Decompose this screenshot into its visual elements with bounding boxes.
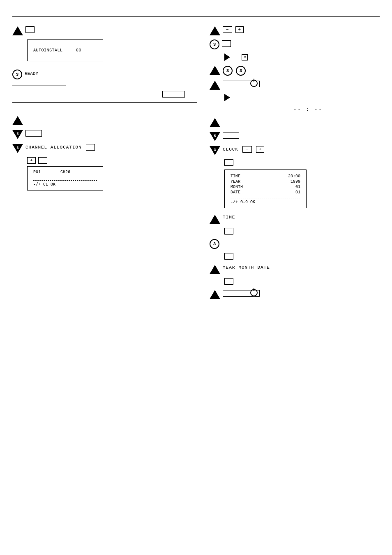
month-value: 01 [295, 185, 300, 189]
right-step12-content [223, 290, 260, 297]
right-step-6: 1 [210, 117, 392, 127]
right-step-4: 5 [210, 80, 392, 90]
right-step-8: 3 CLOCK − + [210, 145, 392, 155]
clock-time-text: -- : -- [293, 107, 323, 112]
right-down-num-5: 5 [214, 134, 216, 138]
right-step1-btns: − + [223, 26, 244, 33]
right-step-11: 4 YEAR MONTH DATE [210, 264, 392, 274]
play-icon[interactable] [224, 53, 230, 61]
divider-line-left [12, 86, 66, 86]
play-line [233, 98, 392, 98]
channel-display-area: P01 CH26 -/+ CL OK [27, 166, 197, 190]
right-step-10: 3 [210, 239, 392, 249]
power-icon-2-wrap [250, 289, 258, 298]
right-num-1: 1 [214, 122, 216, 126]
right-step-3-row: 4 3 3 [210, 65, 392, 76]
left-column: 3 AUTOINSTALL 00 3 [12, 26, 205, 303]
month-section-label: MONTH [238, 265, 254, 270]
date-label: DATE [231, 190, 240, 195]
channel-ch-value: CH26 [60, 170, 70, 174]
right-step-1: 3 − + [210, 26, 392, 35]
clock-controls: -/+ 0-9 OK [231, 200, 300, 204]
channel-dashed [33, 180, 97, 181]
autoinstall-row: AUTOINSTALL 00 [33, 48, 97, 53]
delete-icon: ⌫ [244, 55, 246, 60]
clock-plus-btn[interactable]: + [256, 146, 265, 153]
channel-display-box: P01 CH26 -/+ CL OK [27, 166, 103, 190]
left-step-5: 5 [12, 129, 197, 139]
clock-month-row: MONTH 01 [231, 185, 300, 189]
autoinstall-display: AUTOINSTALL 00 [27, 39, 103, 61]
right-circle-3c: 3 [236, 66, 246, 76]
small-rect-2 [162, 91, 185, 98]
right-down-num-3: 3 [214, 148, 216, 152]
right-num-5a: 5 [214, 85, 216, 89]
power-circle-1 [250, 80, 258, 87]
ready-text: READY [25, 71, 38, 76]
play-delete-row: ⌫ [224, 53, 392, 61]
right-tri-up-3b: 3 [210, 215, 220, 224]
step-icon-tri-up-1: 1 [12, 116, 23, 125]
time-rect-row [224, 228, 392, 236]
right-step-num-3: 3 [214, 30, 216, 35]
channel-row: P01 CH26 [33, 170, 97, 174]
clock-minus-btn[interactable]: − [242, 146, 252, 153]
right-num-4b: 4 [214, 269, 216, 273]
ymd-rect [224, 278, 233, 285]
clock-dashed [231, 198, 300, 198]
right-tri-down-5: 5 [210, 132, 220, 141]
play-icon-2[interactable] [224, 94, 230, 101]
year-label: YEAR [231, 179, 240, 184]
step-icon-tri-down-5: 5 [12, 130, 23, 139]
step-number-1: 1 [16, 120, 18, 124]
content-area: 3 AUTOINSTALL 00 3 [12, 26, 380, 303]
step-number-5: 5 [16, 132, 18, 136]
right-minus-btn-1[interactable]: − [223, 26, 232, 33]
right-power-rect-2 [223, 290, 260, 297]
autoinstall-value: 00 [76, 48, 81, 53]
time-rect [224, 228, 233, 235]
full-divider-left [12, 102, 197, 103]
clock-display-box: TIME 20:00 YEAR 1999 MONTH 01 DATE 01 [224, 170, 307, 208]
clock-date-row: DATE 01 [231, 190, 300, 195]
ymd-row: YEAR MONTH DATE [223, 265, 270, 270]
small-rect-3 [25, 130, 42, 137]
clock-rect [224, 159, 233, 166]
ymd-rect-row [224, 278, 392, 286]
date-value: 01 [295, 190, 300, 195]
right-step-9: 3 TIME [210, 214, 392, 224]
delete-key-wrap: ⌫ [242, 54, 248, 60]
right-num-3b: 3 [214, 219, 216, 223]
clock-ctrl-text: -/+ 0-9 OK [231, 200, 255, 204]
step-icon-circle-3a: 3 [12, 70, 22, 79]
channel-minus-btn[interactable]: − [86, 144, 95, 151]
clock-display-area: TIME 20:00 YEAR 1999 MONTH 01 DATE 01 [224, 170, 392, 208]
clock-label-text: CLOCK [223, 147, 238, 152]
autoinstall-area: AUTOINSTALL 00 [27, 39, 197, 61]
year-value: 1999 [291, 179, 300, 184]
channel-plus-row: + [27, 157, 197, 164]
right-plus-btn-1[interactable]: + [235, 26, 244, 33]
channel-plus-btn[interactable]: + [27, 157, 36, 164]
right-step2-content [222, 40, 231, 47]
right-step-12: 5 [210, 289, 392, 299]
clock-year-row: YEAR 1999 [231, 179, 300, 184]
delete-key-btn[interactable]: ⌫ [242, 54, 248, 60]
right-tri-4: 4 [210, 66, 220, 75]
right-step-icon-tri-up-3: 3 [210, 26, 220, 35]
step10-rect [224, 253, 233, 260]
left-step-1: 3 [12, 26, 197, 35]
year-section-label: YEAR [223, 265, 235, 270]
left-step-2: 3 READY [12, 70, 197, 79]
time-label: TIME [231, 174, 240, 179]
right-tri-up-1: 1 [210, 118, 220, 127]
right-step4-content [223, 81, 260, 87]
channel-controls: -/+ CL OK [33, 182, 97, 187]
right-step7-content [223, 132, 239, 139]
right-circle-3d: 3 [210, 239, 219, 249]
ready-label: READY [25, 70, 197, 77]
small-rect-right-1 [222, 40, 231, 47]
clock-row: CLOCK − + [223, 146, 264, 153]
right-circle-3a: 3 [210, 39, 219, 49]
clock-time-display: -- : -- [224, 107, 392, 112]
